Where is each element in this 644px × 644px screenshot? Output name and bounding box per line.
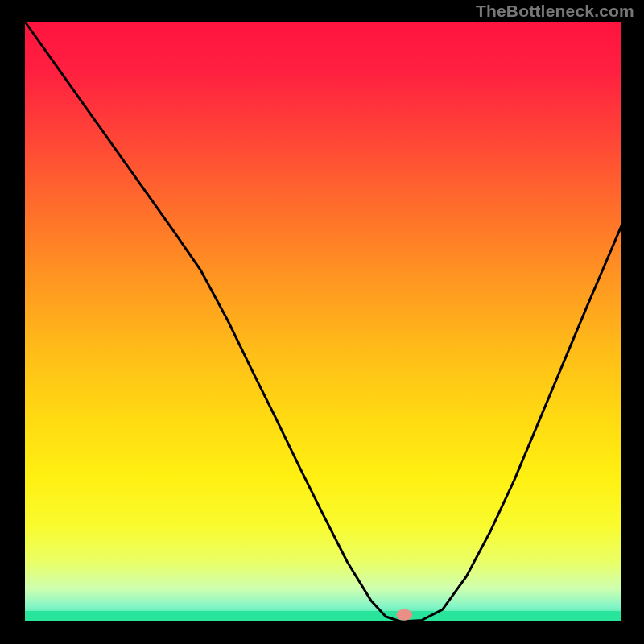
optimal-marker — [396, 609, 412, 621]
plot-background — [25, 22, 621, 621]
chart-container: TheBottleneck.com — [0, 0, 644, 644]
green-band — [25, 611, 621, 621]
watermark-label: TheBottleneck.com — [476, 2, 634, 21]
chart-svg — [0, 0, 644, 644]
